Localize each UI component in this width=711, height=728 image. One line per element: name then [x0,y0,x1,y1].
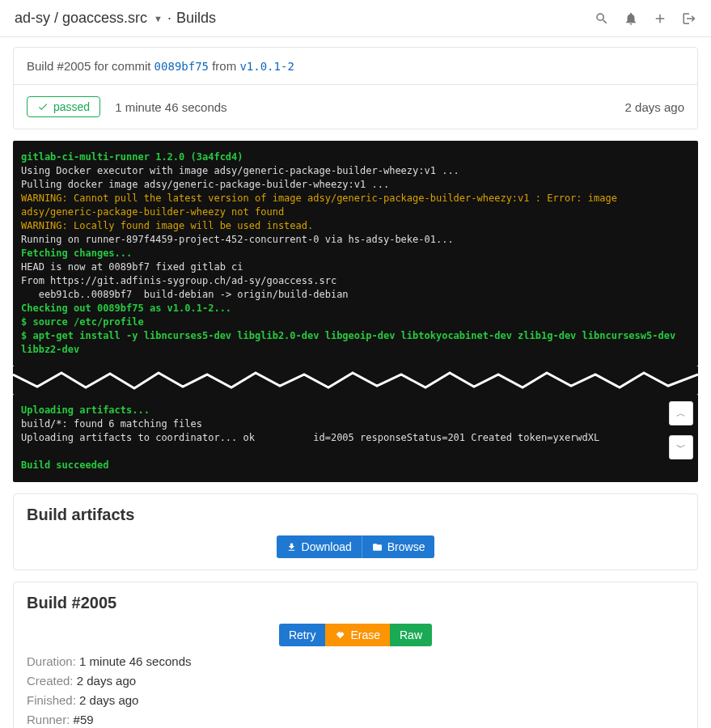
created-value: 2 days ago [77,674,136,688]
eraser-icon [335,630,345,641]
duration-label: Duration: [27,654,79,668]
log-line: gitlab-ci-multi-runner 1.2.0 (3a4fcd4) [21,151,243,163]
download-label: Download [302,540,352,553]
build-meta: Duration: 1 minute 46 seconds Created: 2… [27,654,684,726]
log-line: From https://git.adfinis-sygroup.ch/ad-s… [21,275,336,286]
ref-link[interactable]: v1.0.1-2 [239,60,294,73]
retry-button[interactable]: Retry [279,624,325,646]
chevron-down-icon[interactable]: ▼ [154,14,163,23]
check-icon [37,101,49,112]
scroll-bottom-button[interactable]: ﹀ [669,435,693,459]
terminal-container: gitlab-ci-multi-runner 1.2.0 (3a4fcd4) U… [13,141,698,482]
app-header: ad-sy / goaccess.src ▼ · Builds [0,0,711,37]
log-truncation-indicator [13,366,698,394]
finished-label: Finished: [27,693,79,707]
erase-label: Erase [350,629,380,641]
breadcrumb: ad-sy / goaccess.src ▼ · Builds [15,10,216,27]
project-path[interactable]: ad-sy / goaccess.src [15,10,147,27]
status-text: passed [53,100,90,113]
log-line: Using Docker executor with image adsy/ge… [21,165,459,176]
commit-line: Build #2005 for commit 0089bf75 from v1.… [14,48,697,84]
duration-text: 1 minute 46 seconds [115,100,226,114]
status-row: passed 1 minute 46 seconds 2 days ago [14,84,697,129]
search-icon[interactable] [595,11,609,26]
log-line: Pulling docker image adsy/generic-packag… [21,179,389,190]
log-line: WARNING: Cannot pull the latest version … [21,193,623,218]
build-info-number: 2005 [81,594,117,612]
build-info-section: Build #2005 Retry Erase Raw Duration: 1 … [14,582,697,728]
separator: · [167,10,171,27]
download-icon [286,542,297,552]
status-badge[interactable]: passed [27,96,100,117]
build-number: 2005 [64,59,91,73]
runner-value: #59 [74,713,94,726]
duration-value: 1 minute 46 seconds [79,654,191,668]
log-line: Checking out 0089bf75 as v1.0.1-2... [21,303,231,314]
header-actions [595,11,696,26]
log-line: $ source /etc/profile [21,316,144,328]
browse-label: Browse [387,540,425,553]
time-ago: 2 days ago [625,100,684,114]
build-prefix: Build # [27,59,64,73]
log-line: HEAD is now at 0089bf7 fixed gitlab ci [21,261,243,273]
runner-label: Runner: [27,713,74,726]
build-actions: Retry Erase Raw [27,624,684,646]
log-line: Uploading artifacts... [21,404,150,416]
commit-sha-link[interactable]: 0089bf75 [154,60,209,73]
logout-icon[interactable] [682,11,696,26]
build-log-bottom[interactable]: Uploading artifacts... build/*: found 6 … [13,394,698,482]
artifacts-section: Build artifacts Download Browse [14,494,697,569]
plus-icon[interactable] [653,11,667,26]
folder-icon [372,542,383,552]
for-commit: for commit [91,59,154,73]
erase-button[interactable]: Erase [325,624,390,646]
log-line: Running on runner-897f4459-project-452-c… [21,234,454,245]
log-line: eeb91cb..0089bf7 build-debian -> origin/… [21,289,349,300]
artifacts-actions: Download Browse [27,535,684,558]
artifacts-panel: Build artifacts Download Browse [13,493,698,570]
created-label: Created: [27,674,77,688]
log-line: $ apt-get install -y libncurses5-dev lib… [21,330,681,355]
build-info-panel: Build #2005 Retry Erase Raw Duration: 1 … [13,582,698,728]
log-line: Build succeeded [21,459,108,471]
log-line: Fetching changes... [21,248,132,259]
finished-value: 2 days ago [79,693,138,707]
from-label: from [209,59,239,73]
scroll-controls: ︿ ﹀ [669,401,693,459]
bell-icon[interactable] [624,11,638,26]
download-button[interactable]: Download [277,535,362,558]
raw-button[interactable]: Raw [390,624,432,646]
log-line: build/*: found 6 matching files [21,418,202,430]
artifacts-title: Build artifacts [27,506,684,524]
log-line: WARNING: Locally found image will be use… [21,220,313,231]
build-log[interactable]: gitlab-ci-multi-runner 1.2.0 (3a4fcd4) U… [13,141,698,366]
browse-button[interactable]: Browse [362,535,435,558]
page-title: Builds [176,10,216,27]
scroll-top-button[interactable]: ︿ [669,401,693,425]
build-info-title: Build #2005 [27,594,684,612]
raw-label: Raw [400,629,422,641]
build-summary-panel: Build #2005 for commit 0089bf75 from v1.… [13,47,698,129]
retry-label: Retry [289,629,315,641]
build-info-prefix: Build # [27,594,81,612]
log-line: Uploading artifacts to coordinator... ok… [21,432,599,443]
